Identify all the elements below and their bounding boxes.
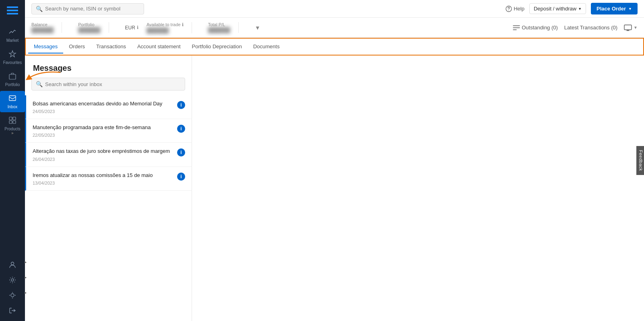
tab-portfolio-depreciation[interactable]: Portfolio Depreciation (186, 40, 248, 54)
total-pl-stat: Total P/L ██████ (208, 22, 239, 33)
deposit-chevron-icon: ▼ (578, 7, 582, 11)
info-badge-2: i (177, 125, 185, 133)
available-stat: Available to trade ℹ ██████ (147, 22, 192, 33)
settings-expand-icon: ▶ (25, 276, 27, 279)
messages-search-icon: 🔍 (36, 81, 43, 87)
message-date-3: 26/04/2023 (33, 157, 174, 162)
sidebar-item-portfolio[interactable]: Portfolio (0, 69, 25, 90)
tab-documents[interactable]: Documents (248, 40, 285, 54)
tab-transactions[interactable]: Transactions (91, 40, 132, 54)
search-input[interactable] (45, 6, 140, 12)
sidebar-item-label-favourites: Favourites (3, 60, 22, 65)
market-icon (8, 28, 17, 37)
place-order-button[interactable]: Place Order ▼ (591, 3, 638, 14)
available-info-icon[interactable]: ℹ (182, 22, 184, 27)
sidebar-item-products[interactable]: Products ▶ (0, 113, 25, 138)
tab-account-statement[interactable]: Account statement (132, 40, 186, 54)
monitor-section[interactable]: ▼ (624, 25, 638, 31)
sidebar-item-label-portfolio: Portfolio (5, 82, 20, 87)
message-content-2: Manutenção programada para este fim-de-s… (33, 124, 174, 138)
svg-point-10 (11, 279, 14, 281)
messages-search-box[interactable]: 🔍 (31, 78, 185, 91)
message-content-4: Iremos atualizar as nossas comissões a 1… (33, 172, 174, 185)
info-badge-4: i (177, 173, 185, 181)
place-order-label: Place Order (597, 6, 626, 12)
place-order-chevron-icon: ▼ (628, 7, 632, 11)
transactions-badge[interactable]: Latest Transactions (0) (564, 25, 617, 31)
sidebar-item-inbox[interactable]: Inbox (0, 91, 25, 112)
topbar: 🔍 Help Deposit / withdraw ▼ Place Order … (25, 0, 644, 18)
available-value: ██████ (147, 27, 184, 33)
content-area: Messages 🔍 Bolsas americanas encerradas … (25, 56, 644, 321)
sidebar-logout-button[interactable] (0, 303, 25, 318)
sidebar: Market Favourites Portfolio Inbox (0, 0, 25, 321)
message-icon-2: i (177, 125, 185, 133)
star-icon (8, 50, 17, 59)
portfolio-icon (8, 72, 17, 81)
sidebar-settings-button[interactable]: ▶ (0, 273, 25, 287)
messages-title: Messages (25, 56, 192, 78)
svg-rect-8 (13, 121, 16, 123)
sidebar-theme-button[interactable]: ▶ (0, 288, 25, 302)
main-area: 🔍 Help Deposit / withdraw ▼ Place Order … (25, 0, 644, 321)
svg-point-9 (11, 262, 14, 265)
message-content-3: Alteração nas taxas de juro sobre emprés… (33, 148, 174, 161)
svg-rect-4 (9, 96, 16, 101)
message-content-1: Bolsas americanas encerradas devido ao M… (33, 100, 174, 114)
account-bar-right: Outstanding (0) Latest Transactions (0) … (513, 25, 638, 31)
outstanding-badge[interactable]: Outstanding (0) (513, 25, 558, 31)
balance-value: ██████ (31, 27, 54, 33)
svg-point-13 (508, 10, 509, 10)
expand-icon: ▶ (25, 261, 27, 264)
sidebar-item-favourites[interactable]: Favourites (0, 47, 25, 68)
deposit-label: Deposit / withdraw (534, 6, 576, 12)
svg-rect-1 (7, 10, 18, 11)
help-label: Help (514, 6, 524, 12)
messages-panel: Messages 🔍 Bolsas americanas encerradas … (25, 56, 192, 321)
detail-area (192, 56, 644, 321)
currency-label: EUR (125, 25, 135, 31)
svg-rect-3 (9, 74, 16, 79)
message-icon-1: i (177, 101, 185, 109)
sidebar-account-button[interactable]: ▶ (0, 257, 25, 272)
sidebar-item-label-market: Market (6, 38, 19, 43)
messages-search-input[interactable] (45, 81, 181, 87)
account-bar: Balance ██████ Portfolio ██████ EUR ℹ Av… (25, 18, 644, 38)
message-date-2: 22/05/2023 (33, 133, 174, 138)
balance-stat: Balance ██████ (31, 22, 62, 33)
feedback-tab[interactable]: Feedback (636, 146, 644, 175)
tab-messages[interactable]: Messages (28, 40, 63, 54)
message-item-1[interactable]: Bolsas americanas encerradas devido ao M… (25, 95, 192, 119)
account-expand-button[interactable]: ▼ (255, 25, 260, 31)
svg-rect-0 (7, 6, 18, 8)
message-item-4[interactable]: Iremos atualizar as nossas comissões a 1… (25, 167, 192, 191)
message-title-3: Alteração nas taxas de juro sobre emprés… (33, 148, 174, 155)
deposit-withdraw-button[interactable]: Deposit / withdraw ▼ (529, 3, 586, 14)
help-link[interactable]: Help (506, 6, 524, 12)
svg-rect-14 (624, 25, 632, 30)
message-title-1: Bolsas americanas encerradas devido ao M… (33, 100, 174, 107)
portfolio-value: ██████ (78, 27, 100, 33)
nav-tabs: Messages Orders Transactions Account sta… (26, 39, 643, 55)
message-item-3[interactable]: Alteração nas taxas de juro sobre emprés… (25, 143, 192, 167)
portfolio-label: Portfolio (78, 22, 100, 27)
message-list: Bolsas americanas encerradas devido ao M… (25, 95, 192, 321)
message-icon-4: i (177, 173, 185, 181)
search-icon: 🔍 (36, 6, 43, 12)
message-icon-3: i (177, 148, 185, 156)
message-item-2[interactable]: Manutenção programada para este fim-de-s… (25, 119, 192, 143)
portfolio-stat: Portfolio ██████ (78, 22, 109, 33)
svg-rect-5 (9, 117, 12, 120)
svg-rect-2 (7, 13, 18, 14)
sidebar-item-market[interactable]: Market (0, 25, 25, 46)
messages-search: 🔍 (25, 78, 192, 95)
tab-orders[interactable]: Orders (63, 40, 91, 54)
balance-label: Balance (31, 22, 54, 27)
svg-rect-6 (13, 117, 16, 120)
message-title-2: Manutenção programada para este fim-de-s… (33, 124, 174, 131)
search-box[interactable]: 🔍 (31, 3, 144, 14)
svg-point-11 (11, 294, 14, 297)
sidebar-item-label-products: Products (4, 127, 20, 131)
total-pl-value: ██████ (208, 27, 230, 33)
currency-info-icon[interactable]: ℹ (137, 25, 138, 30)
